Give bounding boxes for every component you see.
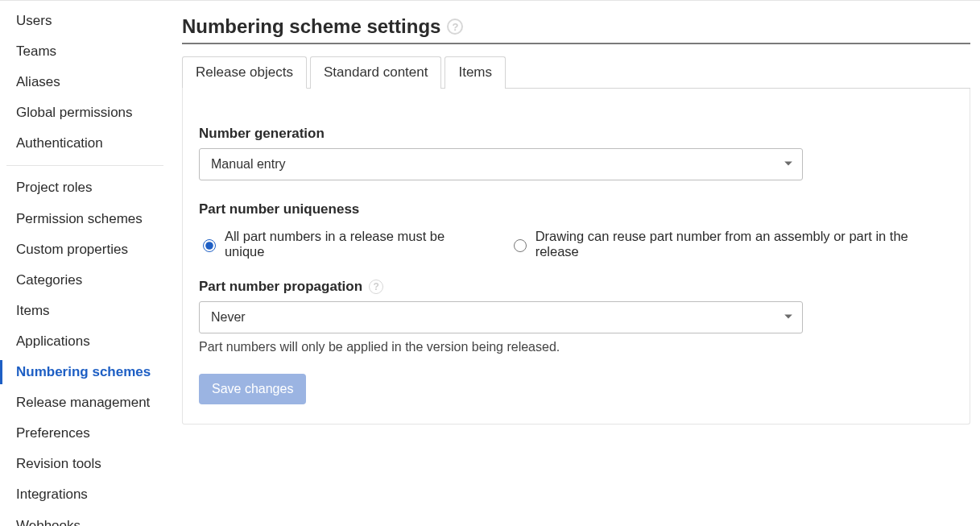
select-propagation-wrap: Never — [199, 301, 803, 333]
sidebar-item-authentication[interactable]: Authentication — [0, 128, 170, 159]
sidebar-item-release-management[interactable]: Release management — [0, 387, 170, 418]
label-part-number-uniqueness: Part number uniqueness — [199, 201, 953, 217]
tabs: Release objects Standard content Items — [182, 56, 970, 89]
radio-unique[interactable] — [203, 239, 216, 252]
propagation-hint: Part numbers will only be applied in the… — [199, 340, 953, 354]
sidebar-item-teams[interactable]: Teams — [0, 36, 170, 67]
sidebar-item-users[interactable]: Users — [0, 6, 170, 36]
label-propagation-text: Part number propagation — [199, 279, 362, 295]
tab-standard-content[interactable]: Standard content — [310, 56, 441, 89]
help-icon[interactable]: ? — [447, 19, 463, 35]
help-icon[interactable]: ? — [369, 280, 383, 294]
save-button[interactable]: Save changes — [199, 374, 306, 404]
sidebar-group-1: Users Teams Aliases Global permissions A… — [0, 6, 170, 159]
page-title-row: Numbering scheme settings ? — [182, 15, 970, 44]
sidebar-item-project-roles[interactable]: Project roles — [0, 172, 170, 203]
panel-release-objects: Number generation Manual entry Part numb… — [182, 89, 970, 425]
radio-group-uniqueness: All part numbers in a release must be un… — [199, 229, 953, 259]
sidebar-item-global-permissions[interactable]: Global permissions — [0, 97, 170, 128]
sidebar-item-preferences[interactable]: Preferences — [0, 418, 170, 449]
label-part-number-propagation: Part number propagation ? — [199, 279, 953, 295]
main-content: Numbering scheme settings ? Release obje… — [171, 1, 980, 526]
label-uniqueness-text: Part number uniqueness — [199, 201, 359, 217]
radio-opt-reuse[interactable]: Drawing can reuse part number from an as… — [510, 229, 953, 259]
page-title: Numbering scheme settings — [182, 15, 440, 38]
tab-release-objects[interactable]: Release objects — [182, 56, 307, 89]
select-number-generation-wrap: Manual entry — [199, 148, 803, 180]
radio-opt-unique[interactable]: All part numbers in a release must be un… — [199, 229, 487, 259]
sidebar-item-permission-schemes[interactable]: Permission schemes — [0, 204, 170, 234]
sidebar-group-2: Project roles Permission schemes Custom … — [0, 172, 170, 526]
radio-unique-label: All part numbers in a release must be un… — [225, 229, 487, 259]
label-number-generation-text: Number generation — [199, 126, 325, 142]
sidebar-item-aliases[interactable]: Aliases — [0, 67, 170, 97]
sidebar-item-categories[interactable]: Categories — [0, 265, 170, 296]
sidebar-item-applications[interactable]: Applications — [0, 326, 170, 357]
tab-items[interactable]: Items — [445, 56, 506, 89]
radio-reuse[interactable] — [514, 239, 527, 252]
radio-reuse-label: Drawing can reuse part number from an as… — [535, 229, 953, 259]
sidebar-item-integrations[interactable]: Integrations — [0, 479, 170, 510]
sidebar-item-custom-properties[interactable]: Custom properties — [0, 234, 170, 265]
sidebar-item-items[interactable]: Items — [0, 296, 170, 326]
select-number-generation[interactable]: Manual entry — [199, 148, 803, 180]
sidebar-item-revision-tools[interactable]: Revision tools — [0, 449, 170, 479]
settings-sidebar: Users Teams Aliases Global permissions A… — [0, 1, 171, 526]
sidebar-item-webhooks[interactable]: Webhooks — [0, 511, 170, 527]
sidebar-item-numbering-schemes[interactable]: Numbering schemes — [0, 357, 170, 387]
label-number-generation: Number generation — [199, 126, 953, 142]
sidebar-divider — [6, 165, 163, 166]
select-propagation[interactable]: Never — [199, 301, 803, 333]
